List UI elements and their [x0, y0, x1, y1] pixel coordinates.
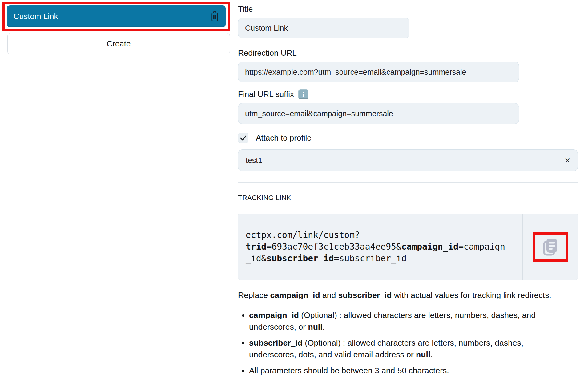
sidebar-item-label: Custom Link — [14, 12, 58, 21]
rule-length: All parameters should be between 3 and 5… — [249, 365, 564, 376]
tracking-link-line: ectpx.com/link/custom? — [246, 229, 505, 241]
title-label: Title — [238, 4, 578, 14]
info-icon[interactable]: i — [298, 89, 308, 99]
section-divider — [238, 182, 578, 183]
rule-campaign-id: campaign_id (Optional) : allowed charact… — [249, 309, 564, 333]
profile-select[interactable]: test1 × — [238, 149, 578, 171]
rule-subscriber-id: subscriber_id (Optional) : allowed chara… — [249, 337, 564, 360]
tracking-link-text-area: ectpx.com/link/custom? trid=693ac70ef3c1… — [238, 214, 523, 280]
title-input[interactable] — [238, 18, 409, 38]
links-sidebar: Custom Link Create — [0, 0, 232, 389]
link-details-panel: Title Redirection URL Final URL suffix i… — [238, 0, 578, 376]
custom-link-page: Custom Link Create Title — [0, 0, 588, 389]
final-url-suffix-label: Final URL suffix — [238, 90, 294, 99]
create-button[interactable]: Create — [7, 33, 230, 54]
tracking-link-section-label: TRACKING LINK — [238, 194, 578, 202]
profile-select-value: test1 — [246, 156, 262, 165]
tracking-link-line: _id&subscriber_id=subscriber_id — [246, 253, 505, 264]
sidebar-item-custom-link[interactable]: Custom Link — [7, 5, 226, 27]
attach-to-profile-label: Attach to profile — [256, 133, 312, 143]
annotation-highlight-selected-link: Custom Link — [2, 2, 230, 31]
redirection-url-label: Redirection URL — [238, 48, 578, 58]
trash-icon[interactable] — [211, 11, 219, 22]
copy-icon[interactable] — [543, 238, 558, 256]
annotation-highlight-copy — [533, 232, 568, 262]
tracking-link-box: ectpx.com/link/custom? trid=693ac70ef3c1… — [238, 214, 578, 280]
redirection-url-input[interactable] — [238, 62, 519, 82]
clear-icon[interactable]: × — [565, 156, 570, 165]
attach-to-profile-row: Attach to profile — [238, 133, 578, 143]
attach-to-profile-checkbox[interactable] — [238, 133, 248, 143]
tracking-link-rules-list: campaign_id (Optional) : allowed charact… — [238, 309, 564, 376]
tracking-link-line: trid=693ac70ef3c1ceb33aa4ee95&campaign_i… — [246, 241, 505, 253]
final-url-suffix-input[interactable] — [238, 103, 519, 124]
final-url-suffix-row: Final URL suffix i — [238, 89, 578, 99]
tracking-link-url: ectpx.com/link/custom? trid=693ac70ef3c1… — [246, 229, 505, 264]
checkmark-icon — [238, 133, 248, 143]
tracking-link-copy-area — [523, 214, 578, 280]
tracking-link-description: Replace campaign_id and subscriber_id wi… — [238, 289, 570, 301]
